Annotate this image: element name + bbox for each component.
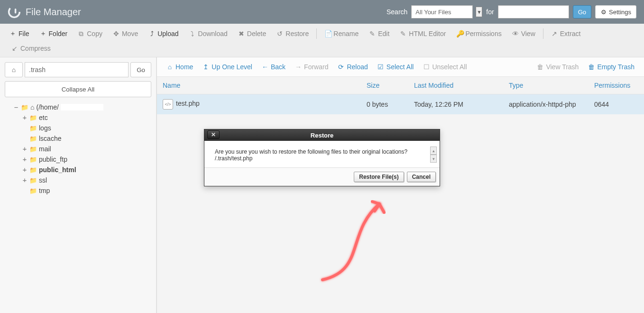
new-file-button[interactable]: ＋File: [5, 27, 34, 41]
compress-button[interactable]: ↙Compress: [7, 42, 55, 55]
tree-item[interactable]: +📁public_html: [22, 165, 151, 175]
separator: [543, 28, 543, 39]
file-size: 0 bytes: [361, 96, 408, 113]
file-permissions: 0644: [589, 96, 644, 113]
rename-button[interactable]: 📄Rename: [320, 27, 363, 40]
table-row[interactable]: </>test.php0 bytesToday, 12:26 PMapplica…: [157, 94, 644, 114]
file-name: test.php: [176, 100, 200, 107]
scroll-down-icon[interactable]: ▾: [430, 155, 437, 163]
edit-button[interactable]: ✎Edit: [364, 27, 394, 40]
tree-item[interactable]: +📁etc: [22, 112, 151, 123]
chevron-down-icon[interactable]: ▼: [476, 7, 482, 17]
home-path-button[interactable]: ⌂: [5, 62, 23, 77]
col-name-header[interactable]: Name: [157, 77, 361, 94]
nav-home-button[interactable]: ⌂Home: [163, 61, 197, 73]
forward-icon: →: [295, 63, 302, 71]
gear-icon: ⚙: [600, 9, 607, 16]
upload-button[interactable]: ⤴Upload: [144, 27, 183, 40]
scrollbar[interactable]: ▴ ▾: [430, 147, 437, 163]
top-bar: File Manager Search All Your Files ▼ for…: [0, 0, 644, 24]
search-go-button[interactable]: Go: [573, 5, 591, 18]
tree-item[interactable]: 📁tmp: [22, 185, 151, 196]
col-modified-header[interactable]: Last Modified: [408, 77, 503, 94]
folder-tree: − 📁 ⌂ (/home/ +📁etc📁logs📁lscache+📁mail+📁…: [5, 102, 151, 196]
folder-icon: 📁: [21, 104, 28, 111]
tree-item[interactable]: +📁mail: [22, 144, 151, 154]
rename-icon: 📄: [324, 30, 331, 37]
app-title: File Manager: [26, 7, 81, 18]
html-editor-button[interactable]: ✎HTML Editor: [395, 27, 451, 40]
tree-item[interactable]: 📁logs: [22, 123, 151, 133]
html-icon: ✎: [400, 30, 406, 37]
expand-icon[interactable]: +: [22, 114, 28, 121]
nav-back-button[interactable]: ←Back: [258, 61, 289, 73]
path-input[interactable]: [25, 62, 129, 77]
dialog-file-path: /.trash/test.php: [215, 155, 429, 162]
tree-item[interactable]: +📁ssl: [22, 175, 151, 185]
tree-item-label: logs: [39, 124, 51, 132]
tree-item-label: ssl: [39, 176, 47, 184]
check-icon: ☑: [377, 63, 384, 71]
select-all-button[interactable]: ☑Select All: [374, 61, 418, 73]
nav-forward-button[interactable]: →Forward: [291, 61, 332, 73]
reload-icon: ⟳: [338, 63, 344, 71]
expand-icon[interactable]: +: [22, 145, 28, 153]
up-icon: ↥: [202, 63, 209, 71]
col-type-header[interactable]: Type: [503, 77, 589, 94]
move-button[interactable]: ✥Move: [108, 27, 143, 40]
nav-up-button[interactable]: ↥Up One Level: [199, 61, 256, 73]
trash-icon: 🗑: [537, 63, 543, 71]
tree-root-label: (/home/: [36, 103, 58, 111]
view-button[interactable]: 👁View: [507, 27, 540, 40]
expand-icon[interactable]: +: [22, 156, 28, 163]
search-label: Search: [386, 8, 407, 16]
folder-icon: 📁: [29, 177, 37, 184]
reload-button[interactable]: ⟳Reload: [334, 61, 371, 73]
tree-root[interactable]: − 📁 ⌂ (/home/: [13, 102, 151, 112]
search-input[interactable]: [498, 5, 569, 18]
dialog-title-bar: ✕ Restore: [204, 129, 440, 141]
col-permissions-header[interactable]: Permissions: [589, 77, 644, 94]
plus-icon: ＋: [9, 29, 16, 38]
download-button[interactable]: ⤵Download: [184, 27, 232, 40]
dialog-title: Restore: [311, 132, 333, 139]
unselect-all-button[interactable]: ☐Unselect All: [419, 61, 470, 73]
cancel-button[interactable]: Cancel: [407, 172, 436, 182]
tree-item[interactable]: 📁lscache: [22, 133, 151, 144]
tree-item-label: tmp: [39, 187, 50, 194]
dialog-message: Are you sure you wish to restore the fol…: [215, 148, 429, 155]
main-toolbar: ＋File ＋Folder ⧉Copy ✥Move ⤴Upload ⤵Downl…: [0, 24, 644, 57]
move-icon: ✥: [113, 30, 120, 37]
copy-button[interactable]: ⧉Copy: [73, 27, 107, 41]
restore-button[interactable]: ↺Restore: [272, 27, 313, 40]
permissions-button[interactable]: 🔑Permissions: [451, 27, 506, 40]
search-scope-select[interactable]: All Your Files: [411, 5, 473, 18]
path-go-button[interactable]: Go: [130, 62, 151, 77]
expand-icon[interactable]: +: [22, 166, 28, 174]
dialog-actions: Restore File(s) Cancel: [204, 167, 440, 186]
download-icon: ⤵: [189, 30, 196, 37]
col-size-header[interactable]: Size: [361, 77, 408, 94]
collapse-icon[interactable]: −: [13, 103, 19, 111]
settings-button[interactable]: ⚙ Settings: [595, 5, 636, 18]
view-trash-button[interactable]: 🗑View Trash: [533, 61, 582, 73]
close-icon: ✕: [211, 131, 216, 138]
dialog-close-button[interactable]: ✕: [207, 130, 220, 139]
file-table: Name Size Last Modified Type Permissions…: [157, 77, 644, 114]
restore-files-button[interactable]: Restore File(s): [354, 172, 404, 182]
expand-icon[interactable]: +: [22, 176, 28, 184]
collapse-all-button[interactable]: Collapse All: [5, 81, 151, 97]
home-icon: ⌂: [30, 103, 34, 111]
delete-icon: ✖: [238, 30, 245, 37]
folder-icon: 📁: [29, 125, 37, 132]
file-modified: Today, 12:26 PM: [408, 96, 503, 113]
new-folder-button[interactable]: ＋Folder: [35, 27, 73, 41]
eye-icon: 👁: [512, 30, 519, 37]
folder-icon: 📁: [29, 146, 37, 153]
settings-label: Settings: [609, 9, 631, 16]
delete-button[interactable]: ✖Delete: [233, 27, 271, 40]
tree-item[interactable]: +📁public_ftp: [22, 154, 151, 165]
extract-button[interactable]: ↗Extract: [546, 27, 586, 40]
scroll-up-icon[interactable]: ▴: [430, 147, 437, 155]
empty-trash-button[interactable]: 🗑Empty Trash: [584, 61, 638, 73]
